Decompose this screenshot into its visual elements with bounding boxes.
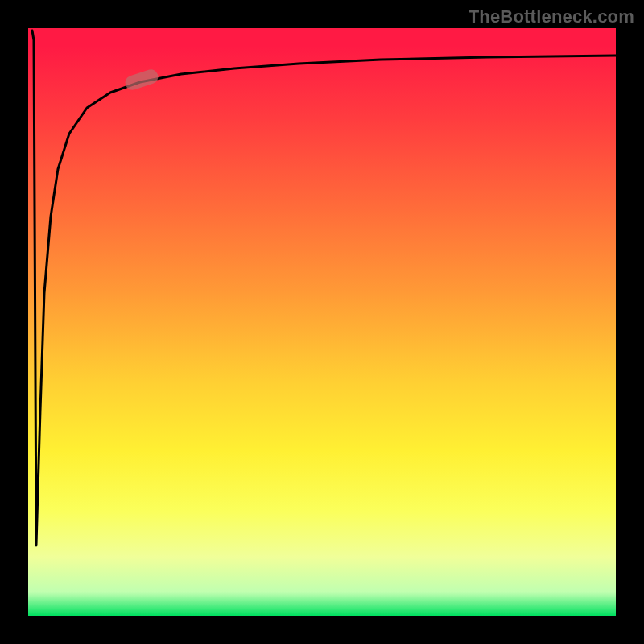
highlight-marker (123, 68, 160, 92)
axis-border-bottom (0, 616, 644, 644)
curve-layer (28, 28, 616, 616)
axis-border-right (616, 0, 644, 616)
chart-container: TheBottleneck.com (0, 0, 644, 644)
bottleneck-curve (32, 31, 616, 545)
axis-border-left (0, 0, 28, 616)
watermark-label: TheBottleneck.com (469, 6, 634, 27)
